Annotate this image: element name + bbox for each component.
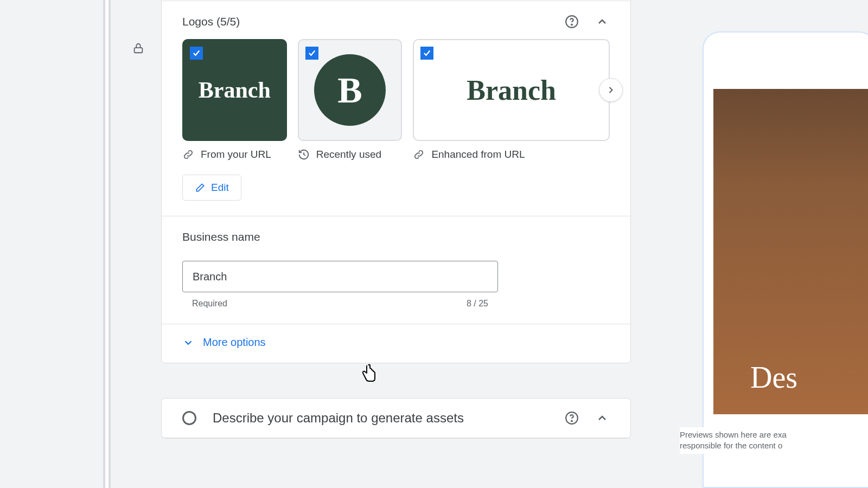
chevron-down-icon (182, 337, 194, 349)
logo-brand-circle: B (314, 54, 386, 126)
logos-header: Logos (5/5) (162, 1, 630, 39)
svg-rect-0 (135, 48, 143, 53)
caption-text: From your URL (201, 149, 271, 160)
logo-tile-2[interactable]: B (298, 39, 403, 141)
collapse-icon[interactable] (595, 410, 610, 426)
logos-row: Branch B Branch (162, 39, 630, 141)
checkbox-icon[interactable] (305, 47, 318, 60)
vertical-rail-inner (105, 0, 108, 488)
logo-captions: From your URL Recently used Enhanced fro… (162, 141, 630, 175)
assets-card: Logos (5/5) Branch B (161, 0, 631, 363)
next-arrow-button[interactable] (599, 78, 623, 102)
link-icon (182, 149, 194, 160)
link-icon (413, 149, 425, 160)
preview-panel: Des (703, 31, 868, 488)
caption-text: Recently used (316, 149, 381, 160)
edit-button-label: Edit (211, 182, 229, 194)
caption-text: Enhanced from URL (431, 149, 525, 160)
svg-point-4 (571, 421, 572, 422)
business-name-input[interactable] (182, 261, 498, 292)
preview-image: Des (713, 89, 868, 414)
preview-footer-line: responsible for the content o (680, 440, 868, 451)
more-options-label: More options (203, 336, 266, 349)
help-icon[interactable] (564, 14, 579, 29)
more-options-toggle[interactable]: More options (162, 324, 630, 363)
preview-footer-line: Previews shown here are exa (680, 429, 868, 440)
logo-caption-1: From your URL (182, 149, 287, 160)
cursor-pointer-icon (360, 363, 380, 385)
business-name-meta: Required 8 / 25 (182, 292, 498, 309)
collapse-icon[interactable] (595, 14, 610, 29)
business-name-label: Business name (182, 230, 610, 243)
logo-brand-text: Branch (199, 77, 271, 103)
describe-card: Describe your campaign to generate asset… (161, 398, 631, 439)
preview-headline: Des (750, 360, 797, 395)
radio-unchecked-icon[interactable] (182, 411, 196, 425)
describe-title: Describe your campaign to generate asset… (213, 410, 549, 426)
logo-caption-2: Recently used (298, 149, 403, 160)
pencil-icon (195, 182, 206, 193)
logo-brand-letter: B (337, 69, 362, 112)
checkbox-icon[interactable] (190, 47, 203, 60)
logo-tile-1[interactable]: Branch (182, 39, 287, 141)
business-name-section: Business name Required 8 / 25 (162, 216, 630, 324)
divider (162, 438, 630, 438)
preview-footer: Previews shown here are exa responsible … (680, 427, 868, 454)
logo-caption-3: Enhanced from URL (413, 149, 610, 160)
checkbox-icon[interactable] (420, 47, 433, 60)
edit-button[interactable]: Edit (182, 175, 241, 201)
svg-point-2 (571, 24, 572, 25)
required-label: Required (192, 299, 227, 309)
help-icon[interactable] (564, 410, 579, 426)
lock-icon (132, 41, 144, 55)
char-counter: 8 / 25 (467, 299, 488, 309)
history-icon (298, 149, 310, 160)
logos-title: Logos (5/5) (182, 15, 549, 28)
describe-row[interactable]: Describe your campaign to generate asset… (162, 399, 630, 438)
logo-brand-text: Branch (467, 74, 556, 106)
logo-tile-3[interactable]: Branch (413, 39, 610, 141)
